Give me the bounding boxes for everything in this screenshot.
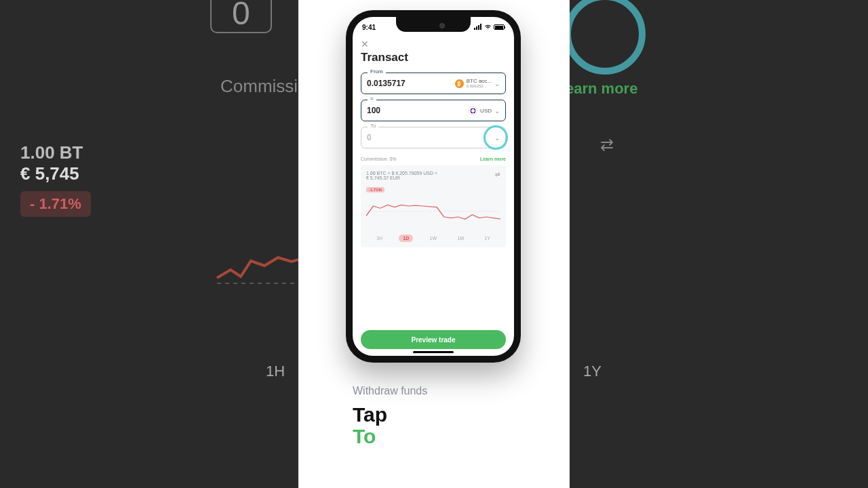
bg-btc-line: 1.00 BT	[20, 142, 278, 163]
bg-zero-box: 0	[210, 0, 272, 33]
from-label: From	[368, 68, 386, 75]
from-account-name: BTC acc...	[467, 79, 492, 84]
equiv-currency-selector[interactable]: USD ⌄	[469, 106, 500, 115]
to-label: To	[368, 123, 378, 129]
equiv-field[interactable]: 100 USD ⌄	[361, 100, 506, 121]
page-title: Transact	[361, 51, 506, 64]
from-field[interactable]: 0.0135717 ₿ BTC acc... 0.026252... ⌄	[361, 73, 506, 94]
chevron-down-icon: ⌄	[494, 80, 500, 87]
bg-right-chart	[0, 281, 298, 322]
equiv-label: =	[368, 96, 376, 102]
bg-learn-more: earn more	[566, 80, 637, 98]
preview-trade-button[interactable]: Preview trade	[361, 330, 506, 349]
from-account-balance: 0.026252...	[467, 84, 492, 88]
period-1d[interactable]: 1D	[399, 235, 413, 242]
chevron-down-icon[interactable]: ⌄	[494, 134, 500, 142]
bg-commission-label: Commissio	[220, 76, 308, 97]
price-chart	[366, 195, 500, 228]
from-value: 0.0135717	[367, 79, 455, 88]
chart-period-row: 1H1D1W1M1Y	[366, 235, 500, 242]
phone-frame: 9:41 ✕ Transact From 0.0135717 ₿	[346, 10, 521, 363]
chart-rate-line1: 1.00 BTC = $ 6,205.78059 USD =	[366, 171, 437, 176]
usd-flag-icon	[469, 106, 477, 115]
equiv-field-wrap: = 100 USD ⌄	[361, 100, 506, 121]
chart-change-badge: -1.71%	[366, 187, 384, 192]
to-field[interactable]: 0 ⌄	[361, 127, 506, 148]
price-chart-box: 1.00 BTC = $ 6,205.78059 USD = € 5,745.3…	[361, 165, 506, 247]
learn-more-link[interactable]: Learn more	[480, 157, 506, 161]
phone-notch	[396, 17, 471, 32]
signal-icon	[474, 24, 482, 31]
phone-screen: 9:41 ✕ Transact From 0.0135717 ₿	[353, 17, 514, 356]
bg-swap-icon: ⇄	[600, 136, 614, 155]
bg-change-badge: - 1.71%	[20, 191, 91, 217]
from-account-selector[interactable]: ₿ BTC acc... 0.026252... ⌄	[455, 79, 500, 88]
status-time: 9:41	[362, 24, 376, 31]
chart-rate-line2: € 5,745.37 EUR	[366, 176, 437, 180]
period-1h[interactable]: 1H	[372, 235, 387, 242]
close-icon[interactable]: ✕	[361, 35, 506, 51]
to-field-wrap: To 0 ⌄	[361, 127, 506, 148]
to-placeholder: 0	[367, 133, 494, 142]
bg-period-1y: 1Y	[583, 363, 601, 380]
bg-eur-line: € 5,745	[20, 163, 278, 184]
wifi-icon	[484, 24, 492, 30]
equiv-value: 100	[367, 106, 469, 115]
bg-period-1h: 1H	[266, 363, 285, 380]
battery-icon	[494, 24, 505, 30]
home-indicator	[413, 351, 454, 353]
caption-block: Withdraw funds Tap To	[353, 385, 515, 447]
period-1w[interactable]: 1W	[426, 235, 441, 242]
commission-row: Commission: 0% Learn more	[361, 157, 506, 161]
chevron-down-icon: ⌄	[494, 107, 500, 115]
bitcoin-icon: ₿	[455, 79, 464, 88]
swap-icon[interactable]: ⇄	[495, 171, 500, 178]
period-1m[interactable]: 1M	[453, 235, 468, 242]
caption-line-2: To	[353, 426, 515, 447]
equiv-currency: USD	[480, 108, 492, 114]
from-field-wrap: From 0.0135717 ₿ BTC acc... 0.026252... …	[361, 73, 506, 94]
period-1y[interactable]: 1Y	[480, 235, 494, 242]
caption-line-1: Tap	[353, 404, 515, 426]
caption-subtitle: Withdraw funds	[353, 385, 515, 397]
commission-text: Commission: 0%	[361, 157, 397, 161]
